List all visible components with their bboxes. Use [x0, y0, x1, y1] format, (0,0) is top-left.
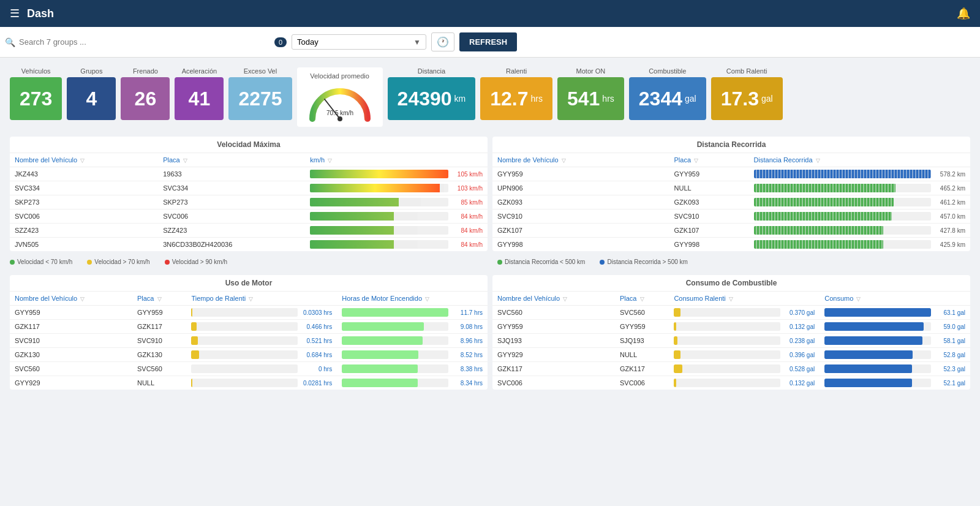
- stat-unit: hrs: [531, 94, 543, 104]
- bar-bg: [191, 364, 298, 373]
- bar-bg: [342, 308, 448, 317]
- cell-nombre: GZK130: [10, 348, 132, 362]
- speedometer-label: Velocidad promedio: [310, 72, 369, 80]
- cell-placa: 19633: [158, 167, 305, 181]
- bell-icon[interactable]: 🔔: [957, 7, 970, 20]
- cell-dist: 427.8 km: [749, 224, 970, 238]
- legend-item: Velocidad > 70 km/h: [87, 259, 149, 265]
- cell-nombre: SVC910: [10, 334, 132, 348]
- bar-value: 457.0 km: [935, 213, 965, 220]
- cell-placa: 3N6CD33B0ZH420036: [158, 238, 305, 252]
- cell-nombre: SZZ423: [10, 224, 158, 238]
- legend-text: Velocidad > 70 km/h: [94, 259, 149, 265]
- th-placa-dist[interactable]: Placa ▽: [669, 153, 749, 167]
- legend-dot: [10, 260, 15, 265]
- svg-text:70.5 km/h: 70.5 km/h: [326, 110, 353, 116]
- stat-card-wrap: Grupos4: [67, 67, 116, 127]
- stat-card-wrap: Aceleración41: [175, 67, 224, 127]
- menu-icon[interactable]: ☰: [10, 7, 20, 20]
- cell-consumo: 52.1 gal: [820, 376, 970, 390]
- legend-text: Velocidad < 70 km/h: [17, 259, 72, 265]
- bar-bg: [754, 184, 931, 192]
- refresh-button[interactable]: REFRESH: [459, 32, 517, 51]
- stat-value: 4: [86, 88, 97, 110]
- consumo-table: Nombre del Vehículo ▽ Placa ▽ Consumo Ra…: [492, 292, 970, 390]
- bar-value: 0.466 hrs: [301, 323, 332, 330]
- th-nombre-consumo[interactable]: Nombre del Vehículo ▽: [492, 292, 615, 306]
- velocidad-maxima-title: Velocidad Máxima: [10, 137, 488, 153]
- cell-placa: SKP273: [158, 195, 305, 210]
- date-select[interactable]: Today Yesterday Last 7 days Last 30 days: [297, 37, 411, 47]
- ralenti-fill: [191, 336, 197, 345]
- cell-dist: 578.2 km: [749, 167, 970, 181]
- stat-card: 17.3gal: [711, 77, 783, 120]
- legend-item: Distancia Recorrida < 500 km: [497, 259, 585, 265]
- stat-value: 541: [567, 88, 600, 110]
- app-title: Dash: [27, 7, 949, 20]
- th-distancia[interactable]: Distancia Recorrida ▽: [749, 153, 970, 167]
- bar-bg: [754, 170, 931, 178]
- th-nombre-vehiculo-dist[interactable]: Nombre de Vehículo ▽: [492, 153, 669, 167]
- th-nombre-vehiculo[interactable]: Nombre del Vehículo ▽: [10, 153, 158, 167]
- search-wrapper: 🔍 0: [5, 37, 287, 47]
- bar-bg: [342, 364, 448, 373]
- table-row: GZK117 GZK117 0.466 hrs 9.08 hrs: [10, 320, 488, 334]
- consumo-fill: [824, 364, 912, 373]
- clock-button[interactable]: 🕐: [431, 32, 454, 51]
- table-row: SVC560 SVC560 0.370 gal 63.1 gal: [492, 306, 970, 320]
- stat-card-label: Vehículos: [21, 67, 51, 75]
- th-placa-motor[interactable]: Placa ▽: [132, 292, 186, 306]
- search-input[interactable]: [19, 37, 271, 47]
- header: ☰ Dash 🔔: [0, 0, 980, 27]
- motor-fill: [342, 336, 423, 345]
- th-consumo[interactable]: Consumo ▽: [820, 292, 970, 306]
- motor-fill: [342, 350, 418, 359]
- cell-placa: SJQ193: [615, 334, 669, 348]
- cell-placa: SVC006: [158, 210, 305, 224]
- search-icon: 🔍: [5, 37, 15, 47]
- th-ralenti[interactable]: Tiempo de Ralenti ▽: [186, 292, 337, 306]
- th-consumo-ralenti[interactable]: Consumo Ralenti ▽: [669, 292, 820, 306]
- table-row: SKP273 SKP273 85 km/h: [10, 195, 488, 210]
- legend-dot: [87, 260, 92, 265]
- stat-card-wrap: Distancia24390km: [388, 67, 476, 127]
- bar-bg: [342, 322, 448, 331]
- th-motor[interactable]: Horas de Motor Encendido ▽: [337, 292, 488, 306]
- cell-consumo-ralenti: 0.528 gal: [669, 362, 820, 376]
- cell-motor: 8.52 hrs: [337, 348, 488, 362]
- ralenti-fill: [191, 379, 192, 387]
- cell-kmh: 84 km/h: [305, 224, 488, 238]
- th-placa[interactable]: Placa ▽: [158, 153, 305, 167]
- th-nombre-motor[interactable]: Nombre del Vehículo ▽: [10, 292, 132, 306]
- cell-nombre: GYY929: [10, 376, 132, 390]
- bar-bg: [754, 212, 931, 221]
- stat-value: 273: [20, 88, 52, 110]
- th-kmh[interactable]: km/h ▽: [305, 153, 488, 167]
- bar-value: 0.370 gal: [784, 309, 815, 316]
- bar-fill: [754, 226, 883, 235]
- table-row: SVC910 SVC910 457.0 km: [492, 210, 970, 224]
- cell-consumo: 52.8 gal: [820, 348, 970, 362]
- velocidad-maxima-table: Nombre del Vehículo ▽ Placa ▽ km/h ▽ JKZ…: [10, 153, 488, 251]
- ralenti-fill: [191, 322, 197, 331]
- bar-value: 0.132 gal: [784, 323, 815, 330]
- cell-placa: GYY998: [669, 238, 749, 252]
- th-placa-consumo[interactable]: Placa ▽: [615, 292, 669, 306]
- cell-placa: GZK117: [132, 320, 186, 334]
- bar-fill: [310, 198, 421, 206]
- cell-placa: GYY959: [669, 167, 749, 181]
- stat-unit: gal: [761, 94, 773, 104]
- stat-value: 12.7: [490, 88, 528, 110]
- bar-bg: [342, 350, 448, 359]
- stat-card-label: Exceso Vel: [244, 67, 277, 75]
- stat-value: 17.3: [721, 88, 759, 110]
- bar-bg: [824, 308, 931, 317]
- bar-bg: [310, 170, 448, 178]
- distancia-recorrida-table: Nombre de Vehículo ▽ Placa ▽ Distancia R…: [492, 153, 970, 251]
- bar-bg: [191, 379, 298, 387]
- consumo-fill: [824, 379, 912, 387]
- cell-nombre: JVN505: [10, 238, 158, 252]
- date-select-wrapper: Today Yesterday Last 7 days Last 30 days…: [292, 34, 426, 50]
- cell-placa: NULL: [132, 376, 186, 390]
- cell-nombre: GZK117: [10, 320, 132, 334]
